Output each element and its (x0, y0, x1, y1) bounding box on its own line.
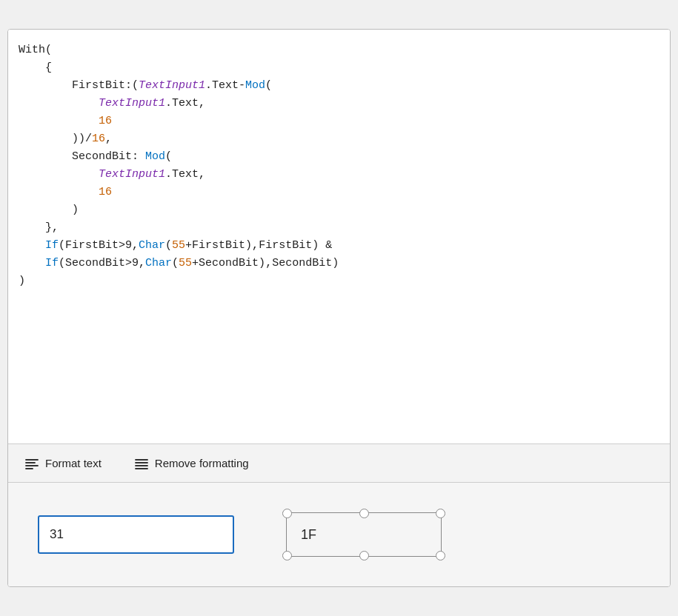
input-display-value: 31 (50, 527, 64, 542)
handle-top-left[interactable] (282, 509, 292, 518)
label-box-container: 1F (279, 505, 449, 564)
remove-formatting-label: Remove formatting (155, 457, 249, 469)
code-line: SecondBit: Mod( (19, 148, 655, 166)
code-line: ))/16, (19, 130, 655, 148)
code-line: If(FirstBit>9,Char(55+FirstBit),FirstBit… (19, 237, 655, 255)
format-text-icon (24, 456, 39, 471)
code-line: ) (19, 201, 655, 219)
handle-bottom-left[interactable] (282, 551, 292, 560)
code-line: FirstBit:(TextInput1.Text-Mod( (19, 77, 655, 95)
code-line: TextInput1.Text, (19, 95, 655, 113)
format-text-button[interactable]: Format text (20, 453, 106, 474)
code-line: 16 (19, 113, 655, 130)
code-line: }, (19, 219, 655, 237)
handle-top-right[interactable] (436, 509, 445, 518)
label-display-value: 1F (301, 527, 316, 543)
remove-formatting-icon (134, 456, 149, 471)
preview-area: 31 1F (8, 483, 670, 586)
handle-top-middle[interactable] (359, 509, 369, 518)
remove-formatting-button[interactable]: Remove formatting (130, 453, 253, 474)
handle-bottom-middle[interactable] (359, 551, 369, 560)
code-line: ) (19, 272, 655, 290)
code-line: If(SecondBit>9,Char(55+SecondBit),Second… (19, 255, 655, 272)
handle-bottom-right[interactable] (436, 551, 445, 560)
code-line: With( (19, 41, 655, 59)
label-box-outer: 1F (279, 505, 449, 564)
code-editor[interactable]: With( { FirstBit:(TextInput1.Text-Mod( T… (8, 30, 670, 444)
main-container: With( { FirstBit:(TextInput1.Text-Mod( T… (7, 29, 671, 587)
format-text-label: Format text (45, 457, 102, 469)
code-line: TextInput1.Text, (19, 166, 655, 184)
code-line: { (19, 59, 655, 77)
code-line: 16 (19, 184, 655, 201)
toolbar: Format text Remove formatting (8, 444, 670, 483)
text-input-preview: 31 (38, 515, 234, 554)
